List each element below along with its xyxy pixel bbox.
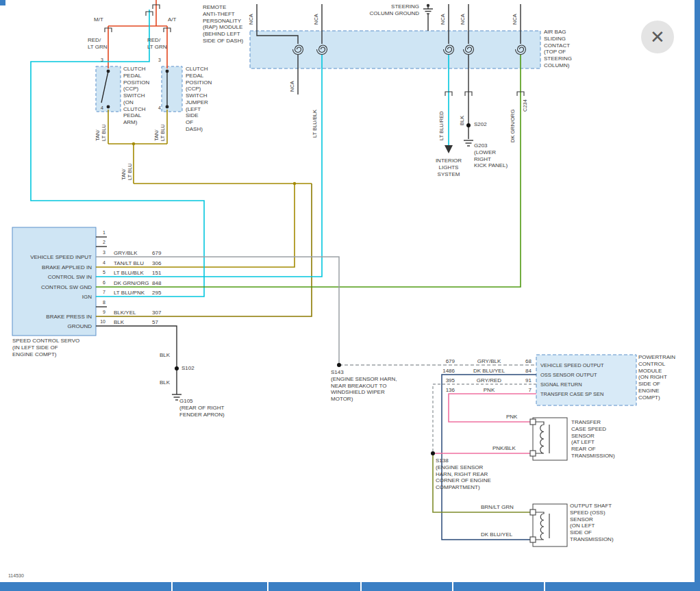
pcm-circuit-136: 136 — [437, 387, 455, 394]
bottom-bar-notch — [544, 582, 545, 591]
junction-dot — [293, 182, 296, 185]
bottom-edge-bar — [0, 582, 700, 591]
pcm-circuit-395: 395 — [437, 377, 455, 384]
pcm-fn-vehicle-speed-output: VEHICLE SPEED OUTPUT — [540, 362, 604, 368]
wire-label-red-ltgrn-right: RED/ LT GRN — [147, 37, 167, 51]
airbag-box-label: AIR BAG SLIDING CONTACT (TOP OF STEERING… — [544, 29, 572, 69]
component-boxes — [12, 31, 636, 546]
corner-marker — [0, 0, 5, 5]
bottom-bar-notch — [452, 582, 453, 591]
wire-label-tan-ltblu-merged: TAN/ LT BLU — [121, 163, 133, 180]
document-number: 114530 — [8, 573, 24, 578]
at-label: A/T — [168, 16, 176, 23]
servo-fn-ground: GROUND — [14, 323, 92, 330]
rap-module-label: REMOTE ANTI-THEFT PERSONALITY (RAP) MODU… — [203, 4, 243, 45]
oss-sensor-box — [533, 504, 567, 546]
steering-ground-label: STEERING COLUMN GROUND — [356, 3, 419, 17]
airbag-sliding-contact-box — [250, 31, 540, 68]
ccp-jumper-box — [162, 66, 182, 112]
g203-label: G203 (LOWER RIGHT KICK PANEL) — [474, 142, 508, 169]
close-icon: ✕ — [650, 27, 665, 47]
pcm-fn-signal-return: SIGNAL RETURN — [540, 381, 582, 388]
servo-pin-3: 3 — [97, 250, 105, 256]
pcm-pin-7: 7 — [521, 387, 532, 394]
s202-label: S202 — [474, 121, 487, 128]
servo-fn-brake-applied: BRAKE APPLIED IN — [14, 264, 92, 271]
servo-fn-control-sw-gnd: CONTROL SW GND — [14, 284, 92, 291]
circuit-pin9: 307 — [152, 310, 161, 316]
wire-label-blk-vertical: BLK — [460, 116, 466, 125]
pcm-circuit-1486: 1486 — [437, 368, 455, 375]
s143-label: S143 (ENGINE SENSOR HARN, NEAR BREAKOUT … — [331, 369, 397, 403]
splice-s138 — [431, 451, 435, 455]
wire-label-ltblu-red: LT BLU/RED — [439, 111, 445, 140]
wire-color-pin3: GRY/BLK — [114, 250, 138, 257]
pcm-pin-91: 91 — [521, 377, 532, 384]
wire-label-red-ltgrn-left: RED/ LT GRN — [88, 37, 108, 51]
wire-label-blk-1: BLK — [160, 352, 170, 359]
steering-column-ground-icon — [423, 4, 433, 14]
wire-label-brn-ltgrn: BRN/LT GRN — [481, 504, 514, 511]
servo-name-label: SPEED CONTROL SERVO (IN LEFT SIDE OF ENG… — [12, 338, 79, 357]
wire-color-pin7: LT BLU/PNK — [114, 290, 145, 297]
servo-pin-6: 6 — [97, 280, 105, 286]
bottom-bar-notch — [171, 582, 173, 591]
wire-color-pin6: DK GRN/ORG — [114, 280, 149, 287]
wire-label-dkgrn-org: DK GRN/ORG — [510, 110, 516, 142]
wire-label-ltblu-blk: LT BLU/BLK — [312, 110, 318, 138]
circuit-pin5: 151 — [152, 270, 161, 277]
servo-pin-1: 1 — [97, 230, 105, 236]
pcm-color-gry-blk: GRY/BLK — [467, 358, 511, 365]
pcm-label: POWERTRAIN CONTROL MODULE (ON RIGHT SIDE… — [638, 354, 675, 401]
circuit-pin7: 295 — [152, 290, 161, 297]
servo-fn-ign: IGN — [14, 294, 92, 301]
bottom-bar-notch — [267, 582, 268, 591]
interior-lights-arrow-icon — [445, 145, 453, 153]
pin-3-left: 3 — [101, 58, 103, 64]
nca-label-below: NCA — [290, 81, 296, 92]
pcm-fn-transfer-case-sp-sen: TRANSFER CASE SP SEN — [540, 391, 603, 397]
pcm-pin-68: 68 — [521, 358, 532, 365]
pcm-color-pnk: PNK — [467, 387, 511, 394]
transfer-case-sensor-box — [533, 418, 567, 460]
s102-label: S102 — [182, 365, 195, 372]
connector-c234-label: C234 — [523, 99, 529, 112]
bottom-bar-notch — [360, 582, 362, 591]
wire-label-dkblu-yel: DK BLU/YEL — [481, 531, 512, 538]
splice-s143 — [337, 363, 341, 367]
splice-s102 — [175, 366, 179, 370]
pin-4-left: 4 — [101, 105, 103, 112]
servo-pin-2: 2 — [97, 240, 105, 246]
pcm-color-dkblu-yel: DK BLU/YEL — [467, 368, 511, 375]
nca-label-1: NCA — [249, 14, 255, 25]
mt-label: M/T — [94, 16, 103, 23]
nca-label-5: NCA — [512, 14, 518, 25]
servo-fn-brake-press: BRAKE PRESS IN — [14, 314, 92, 320]
circuit-pin6: 848 — [152, 280, 161, 287]
wire-label-pnk: PNK — [506, 414, 517, 420]
servo-pin-8: 8 — [97, 300, 105, 306]
ccp-switch-label: CLUTCH PEDAL POSITION (CCP) SWITCH (ON C… — [123, 66, 149, 126]
g203-ground-icon — [464, 140, 473, 146]
nca-label-3: NCA — [440, 14, 447, 25]
servo-pin-7: 7 — [97, 290, 105, 296]
pcm-color-gry-red: GRY/RED — [467, 377, 511, 384]
circuit-pin4: 306 — [152, 260, 161, 267]
servo-fn-vehicle-speed: VEHICLE SPEED INPUT — [14, 254, 92, 261]
circuit-pin3: 679 — [152, 250, 161, 257]
wire-label-pnk-blk: PNK/BLK — [492, 445, 516, 452]
wiring-diagram-viewer: REMOTE ANTI-THEFT PERSONALITY (RAP) MODU… — [0, 0, 700, 591]
pcm-fn-oss-sensor-output: OSS SENSOR OUTPUT — [540, 372, 597, 378]
g105-label: G105 (REAR OF RIGHT FENDER APRON) — [179, 398, 225, 418]
junction-dot — [132, 142, 135, 145]
wire-label-tan-ltblu-left: TAN/ LT BLU — [95, 124, 107, 141]
right-edge-bar — [695, 0, 700, 591]
ccp-jumper-label: CLUTCH PEDAL POSITION (CCP) SWITCH JUMPE… — [186, 66, 212, 133]
wire-label-tan-ltblu-right: TAN/ LT BLU — [154, 124, 166, 141]
s138-label: S138 (ENGINE SENSOR HARN, RIGHT REAR COR… — [436, 457, 491, 491]
transfer-sensor-label: TRANSFER CASE SPEED SENSOR (AT LEFT REAR… — [571, 419, 615, 460]
close-button[interactable]: ✕ — [641, 21, 674, 53]
pcm-pin-84: 84 — [521, 368, 532, 375]
servo-fn-control-sw-in: CONTROL SW IN — [14, 274, 92, 281]
pcm-circuit-679: 679 — [437, 358, 455, 365]
